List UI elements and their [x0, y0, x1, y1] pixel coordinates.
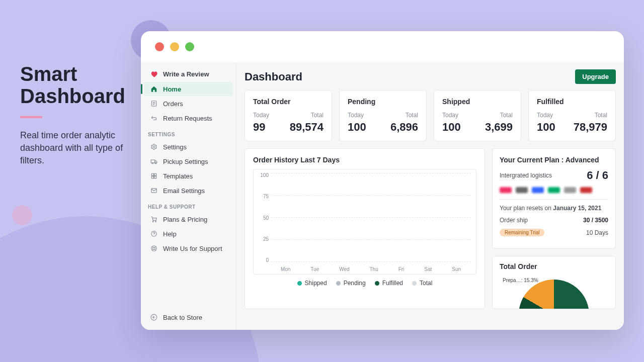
sidebar-group-settings: SETTINGS	[141, 126, 236, 139]
home-icon	[150, 85, 158, 93]
stat-title: Shipped	[442, 98, 513, 106]
right-column: Your Current Plan : Advanced Intergrated…	[492, 148, 616, 309]
svg-point-14	[153, 247, 155, 250]
svg-rect-5	[151, 173, 153, 175]
stat-card-pending: PendingTodayTotal1006,896	[339, 90, 427, 141]
app-window: Write a Review HomeOrdersReturn Requests…	[141, 31, 624, 330]
sidebar-item-label: Back to Store	[163, 314, 202, 321]
trial-badge: Remaining Trial	[500, 229, 544, 236]
back-arrow-icon	[150, 313, 158, 321]
stat-total: 6,896	[390, 121, 418, 134]
chart-legend: Shipped Pending Fulfilled Total	[253, 280, 476, 287]
help-icon	[150, 230, 158, 238]
stats-row: Total OrderTodayTotal9989,574PendingToda…	[245, 90, 616, 141]
plan-logistics-value: 6 / 6	[587, 169, 608, 182]
email-settings-icon	[150, 187, 158, 195]
plan-card: Your Current Plan : Advanced Intergrated…	[492, 148, 616, 249]
sidebar-item-label: Help	[163, 230, 177, 238]
sidebar-item-review[interactable]: Write a Review	[144, 67, 233, 81]
heart-icon	[150, 70, 158, 78]
svg-point-10	[152, 221, 153, 222]
hero-title: Smart Dashboard	[20, 63, 131, 107]
order-history-card: Order History Last 7 Days 1007550250 Mon…	[245, 148, 485, 309]
page-title: Dashboard	[245, 70, 302, 83]
hero-subtitle: Real time order analytic dashboard with …	[20, 129, 131, 167]
sidebar-item-back[interactable]: Back to Store	[144, 310, 233, 324]
stat-today: 100	[537, 121, 555, 134]
sidebar-item-label: Templates	[163, 172, 193, 180]
sidebar-item-pickup-settings[interactable]: Pickup Settings	[144, 154, 233, 168]
trial-days: 10 Days	[586, 229, 608, 236]
stat-title: Fulfilled	[537, 98, 607, 106]
upgrade-button[interactable]: Upgrade	[575, 69, 616, 84]
plan-logistics-label: Intergrated logistics	[500, 172, 552, 179]
orders-icon	[150, 100, 158, 108]
main: Dashboard Upgrade Total OrderTodayTotal9…	[236, 62, 624, 330]
sidebar-group-help: HELP & SUPPORT	[141, 198, 236, 212]
svg-point-1	[153, 146, 155, 148]
sidebar-item-plans-pricing[interactable]: Plans & Pricing	[144, 212, 233, 226]
stat-today: 99	[253, 121, 265, 134]
svg-rect-7	[151, 176, 153, 178]
write-us-for-support-icon	[150, 244, 158, 252]
sidebar-item-email-settings[interactable]: Email Settings	[144, 184, 233, 198]
stat-card-total-order: Total OrderTodayTotal9989,574	[245, 90, 332, 141]
sidebar-item-templates[interactable]: Templates	[144, 169, 233, 183]
sidebar-item-label: Orders	[163, 100, 183, 108]
stat-title: Pending	[348, 98, 418, 106]
svg-rect-6	[154, 173, 156, 175]
order-history-chart: 1007550250 MonTueWedThuFriSatSun	[253, 169, 476, 275]
stat-today: 100	[442, 121, 461, 134]
chart-title: Order History Last 7 Days	[253, 156, 476, 164]
window-maximize-icon[interactable]	[185, 42, 194, 51]
stat-total: 89,574	[290, 121, 324, 134]
hero-rule	[20, 116, 42, 118]
pickup-settings-icon	[150, 157, 158, 165]
plan-reset-text: Your plan resets on January 15, 2021	[500, 205, 601, 212]
carrier-logos	[500, 187, 608, 193]
sidebar-item-write-us-for-support[interactable]: Write Us for Support	[144, 241, 233, 255]
stat-total: 3,699	[485, 121, 513, 134]
window-close-icon[interactable]	[155, 42, 164, 51]
sidebar-item-label: Write a Review	[163, 70, 209, 78]
sidebar-item-label: Pickup Settings	[163, 158, 208, 165]
stat-card-fulfilled: FulfilledTodayTotal10078,979	[528, 90, 616, 141]
sidebar-item-settings[interactable]: Settings	[144, 140, 233, 154]
return-requests-icon	[150, 114, 158, 122]
order-ship-value: 30 / 3500	[583, 217, 608, 224]
window-minimize-icon[interactable]	[170, 42, 179, 51]
sidebar-item-label: Plans & Pricing	[163, 216, 207, 223]
pie-chart-icon	[519, 280, 589, 309]
templates-icon	[150, 172, 158, 180]
pie-slice-label: Prepa…: 15.3%	[503, 278, 538, 283]
window-titlebar	[141, 31, 624, 62]
sidebar-item-label: Home	[163, 85, 181, 93]
pie-title: Total Order	[500, 262, 608, 270]
sidebar-item-label: Write Us for Support	[163, 245, 222, 252]
settings-icon	[150, 143, 158, 151]
stat-total: 78,979	[574, 121, 607, 134]
sidebar-item-label: Return Requests	[163, 115, 212, 122]
sidebar-item-orders[interactable]: Orders	[144, 97, 233, 111]
total-order-pie-card: Total Order Prepa…: 15.3%	[492, 256, 616, 309]
sidebar-item-home[interactable]: Home	[144, 82, 233, 96]
stat-card-shipped: ShippedTodayTotal1003,699	[434, 90, 521, 141]
sidebar: Write a Review HomeOrdersReturn Requests…	[141, 62, 236, 330]
svg-point-11	[155, 221, 156, 222]
plan-title: Your Current Plan : Advanced	[500, 156, 608, 164]
hero: Smart Dashboard Real time order analytic…	[20, 63, 131, 167]
sidebar-item-label: Email Settings	[163, 187, 205, 195]
stat-title: Total Order	[253, 98, 324, 106]
main-header: Dashboard Upgrade	[245, 69, 616, 84]
plans-pricing-icon	[150, 215, 158, 223]
sidebar-item-return-requests[interactable]: Return Requests	[144, 111, 233, 125]
stat-today: 100	[348, 121, 366, 134]
sidebar-item-help[interactable]: Help	[144, 227, 233, 241]
sidebar-item-label: Settings	[163, 143, 187, 151]
svg-rect-8	[154, 176, 156, 178]
order-ship-label: Order ship	[500, 217, 528, 224]
